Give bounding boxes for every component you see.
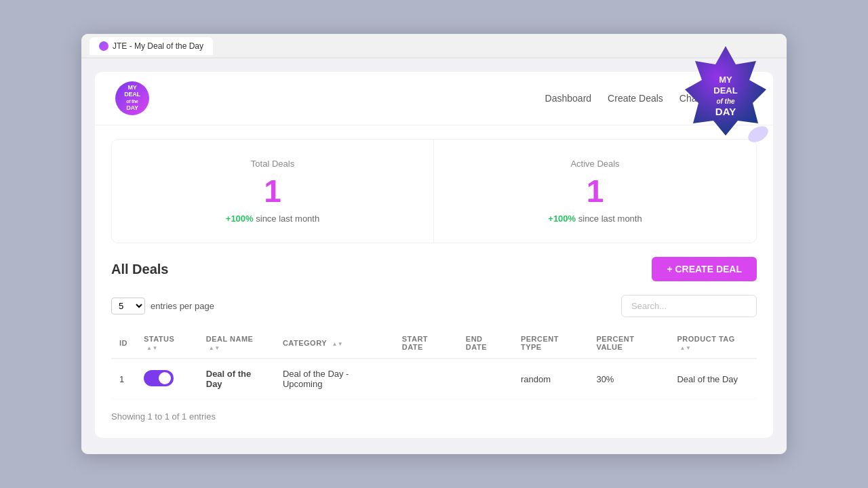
col-status: STATUS ▲▼ (136, 328, 198, 359)
deal-name-sort[interactable]: ▲▼ (209, 345, 220, 351)
col-category-label: CATEGORY (283, 339, 327, 347)
product-tag-sort[interactable]: ▲▼ (679, 345, 691, 351)
deals-section: All Deals + CREATE DEAL 5 10 25 entries … (95, 257, 773, 438)
col-status-label: STATUS (144, 335, 174, 343)
deals-table: ID STATUS ▲▼ DEAL NAME ▲▼ (111, 328, 757, 399)
badge-sticker-svg: MY DEAL of the DAY (671, 41, 780, 149)
logo-text: MYDEALof theDAY (124, 85, 140, 112)
table-controls: 5 10 25 entries per page (111, 295, 757, 317)
col-end-date-label: END DATE (466, 335, 487, 351)
active-deals-value: 1 (454, 176, 736, 207)
svg-text:of the: of the (716, 98, 735, 105)
svg-text:DAY: DAY (715, 106, 736, 117)
col-percent-value-label: PERCENT VALUE (596, 335, 634, 351)
stat-total-deals: Total Deals 1 +100% since last month (112, 140, 434, 243)
total-deals-change-highlight: +100% (226, 214, 254, 224)
tab-title: JTE - My Deal of the Day (113, 41, 203, 51)
showing-entries-text: Showing 1 to 1 of 1 entries (111, 411, 757, 422)
col-id-label: ID (119, 339, 127, 347)
table-row: 1 Deal of the Day (111, 359, 757, 399)
cell-category: Deal of the Day - Upcoming (275, 359, 394, 399)
table-header: ID STATUS ▲▼ DEAL NAME ▲▼ (111, 328, 757, 359)
total-deals-value: 1 (132, 176, 413, 207)
cell-percent-type: random (513, 359, 589, 399)
entries-label: entries per page (151, 301, 214, 311)
status-sort[interactable]: ▲▼ (146, 345, 158, 351)
stat-active-deals: Active Deals 1 +100% since last month (434, 140, 756, 243)
badge-sticker: MY DEAL of the DAY (671, 41, 780, 149)
category-sort[interactable]: ▲▼ (332, 341, 343, 347)
col-deal-name-label: DEAL NAME (206, 335, 254, 343)
active-deals-label: Active Deals (454, 159, 736, 169)
svg-text:MY: MY (719, 75, 732, 85)
deals-header: All Deals + CREATE DEAL (111, 257, 757, 281)
active-deals-change: +100% since last month (454, 214, 736, 224)
create-deal-button[interactable]: + CREATE DEAL (652, 257, 757, 281)
col-percent-type-label: PERCENT TYPE (521, 335, 559, 351)
col-deal-name: DEAL NAME ▲▼ (198, 328, 275, 359)
nav-create-deals[interactable]: Create Deals (608, 93, 663, 104)
col-percent-value: PERCENT VALUE (588, 328, 669, 359)
col-product-tag-label: PRODUCT TAG (677, 335, 734, 343)
cell-id: 1 (111, 359, 136, 399)
tab-item[interactable]: JTE - My Deal of the Day (90, 37, 213, 55)
table-body: 1 Deal of the Day (111, 359, 757, 399)
svg-point-1 (745, 123, 771, 145)
col-start-date: START DATE (394, 328, 458, 359)
deals-title: All Deals (111, 262, 168, 277)
cell-status (136, 359, 198, 399)
cell-product-tag: Deal of the Day (669, 359, 757, 399)
tab-favicon (99, 41, 108, 51)
cell-deal-name: Deal of the Day (198, 359, 275, 399)
entries-per-page-select[interactable]: 5 10 25 (111, 298, 145, 314)
total-deals-change: +100% since last month (132, 214, 413, 224)
active-deals-change-text: since last month (576, 214, 642, 224)
cell-start-date (394, 359, 458, 399)
cell-percent-value: 30% (588, 359, 669, 399)
col-end-date: END DATE (458, 328, 513, 359)
status-toggle[interactable] (144, 370, 174, 386)
logo-badge: MYDEALof theDAY (115, 81, 149, 115)
total-deals-change-text: since last month (254, 214, 320, 224)
search-input[interactable] (621, 295, 757, 317)
entries-control: 5 10 25 entries per page (111, 298, 214, 314)
stats-row: Total Deals 1 +100% since last month Act… (111, 139, 757, 243)
toggle-thumb (159, 372, 171, 384)
toggle-track (144, 370, 174, 386)
active-deals-change-highlight: +100% (548, 214, 576, 224)
col-start-date-label: START DATE (402, 335, 428, 351)
col-category: CATEGORY ▲▼ (275, 328, 394, 359)
col-id: ID (111, 328, 136, 359)
col-percent-type: PERCENT TYPE (513, 328, 589, 359)
svg-text:DEAL: DEAL (713, 85, 737, 96)
total-deals-label: Total Deals (132, 159, 413, 169)
logo-area: MYDEALof theDAY (115, 81, 149, 115)
cell-end-date (458, 359, 513, 399)
col-product-tag: PRODUCT TAG ▲▼ (669, 328, 757, 359)
nav-dashboard[interactable]: Dashboard (545, 93, 592, 104)
